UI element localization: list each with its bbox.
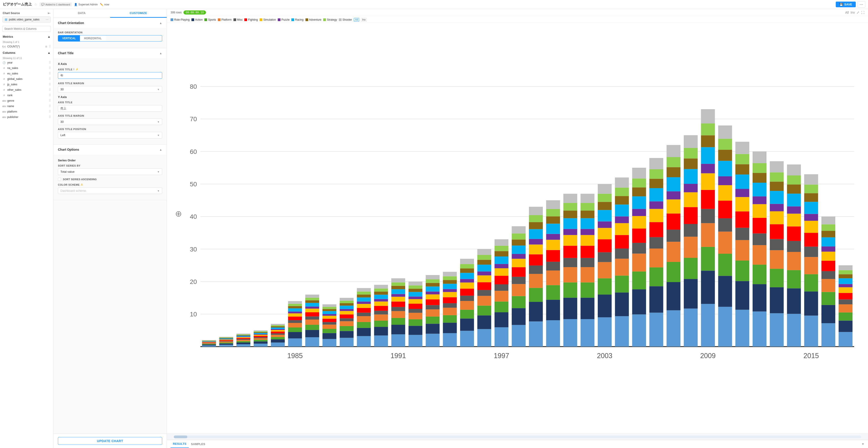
collapse-icon[interactable]: ⇤ <box>48 11 51 15</box>
center-panel: DATA CUSTOMIZE Chart Orientation ▲ BAR O… <box>53 9 167 448</box>
svg-rect-132 <box>357 304 371 308</box>
svg-rect-192 <box>443 297 457 303</box>
columns-collapse-icon[interactable]: ▲ <box>48 51 51 55</box>
legend-item[interactable]: Misc <box>234 18 243 21</box>
tab-data[interactable]: DATA <box>53 9 110 18</box>
svg-rect-60 <box>254 334 268 335</box>
column-item: abc genre ⠿ <box>0 98 53 103</box>
svg-rect-243 <box>512 254 526 259</box>
svg-rect-471 <box>839 299 852 304</box>
svg-rect-174 <box>409 282 423 286</box>
col-drag-handle[interactable]: ⠿ <box>49 104 51 108</box>
svg-rect-222 <box>477 249 491 255</box>
horizontal-button[interactable]: HORIZONTAL <box>80 35 106 41</box>
col-drag-handle[interactable]: ⠿ <box>49 83 51 86</box>
legend-item[interactable]: Platform <box>218 18 231 21</box>
legend-item[interactable]: Fighting <box>244 18 258 21</box>
svg-rect-437 <box>787 206 801 214</box>
svg-rect-92 <box>305 325 319 330</box>
svg-rect-367 <box>684 148 698 159</box>
expand-icon[interactable]: ⤢ <box>857 11 859 14</box>
sort-series-by-select[interactable]: Total value ▼ <box>58 168 162 175</box>
legend-item[interactable]: Simulation <box>259 18 276 21</box>
svg-rect-213 <box>477 306 491 316</box>
svg-rect-262 <box>546 285 560 299</box>
svg-rect-230 <box>494 264 508 268</box>
dataset-more-icon[interactable]: ⋯ <box>45 18 49 21</box>
svg-rect-80 <box>288 323 302 327</box>
search-input[interactable] <box>2 26 51 32</box>
metrics-collapse-icon[interactable]: ▲ <box>48 35 51 38</box>
col-drag-handle[interactable]: ⠿ <box>49 88 51 92</box>
legend-item[interactable]: Sports <box>205 18 216 21</box>
chart-options-section: Chart Options ▲ Series Order SORT SERIES… <box>53 145 167 200</box>
legend-item[interactable]: Role-Playing <box>170 18 190 21</box>
svg-rect-248 <box>529 321 543 347</box>
legend-item[interactable]: Strategy <box>323 18 337 21</box>
svg-rect-88 <box>288 301 302 304</box>
bottom-tabs: RESULTS SAMPLES ▼ <box>167 440 868 448</box>
inv-icon[interactable]: Inv <box>850 11 855 14</box>
x-axis-title-input[interactable] <box>58 72 162 79</box>
color-scheme-select[interactable]: Dashboard scheme ▼ <box>58 188 162 194</box>
col-drag-handle[interactable]: ⠿ <box>49 94 51 97</box>
all-icon[interactable]: All <box>845 11 849 14</box>
svg-rect-117 <box>340 321 353 326</box>
legend-all-button[interactable]: All <box>354 18 359 22</box>
star-icon[interactable]: ☆ <box>34 2 37 7</box>
legend-item[interactable]: Adventure <box>306 18 321 21</box>
svg-rect-386 <box>718 218 732 231</box>
col-drag-handle[interactable]: ⠿ <box>49 66 51 70</box>
svg-rect-136 <box>357 292 371 295</box>
y-axis-margin-select[interactable]: 30 ▼ <box>58 119 162 125</box>
x-axis-margin-select[interactable]: 30 ▼ <box>58 86 162 93</box>
col-drag-handle[interactable]: ⠿ <box>49 61 51 64</box>
legend-inv-button[interactable]: Inv <box>361 18 367 22</box>
y-axis-position-select[interactable]: Left ▼ <box>58 132 162 138</box>
tab-samples[interactable]: SAMPLES <box>189 440 208 448</box>
bottom-chevron-icon[interactable]: ▼ <box>861 442 864 446</box>
svg-rect-172 <box>409 289 423 292</box>
legend-item[interactable]: Racing <box>291 18 303 21</box>
scrollbar-thumb[interactable] <box>174 436 187 438</box>
svg-rect-434 <box>787 241 801 252</box>
svg-rect-231 <box>494 256 508 264</box>
svg-rect-325 <box>632 243 646 254</box>
dataset-chip[interactable]: ⊞ public.video_game_sales ⋯ <box>2 17 51 23</box>
chart-options-header[interactable]: Chart Options ▲ <box>53 145 167 155</box>
sort-ascending-checkbox[interactable] <box>58 178 61 181</box>
col-drag-handle[interactable]: ⠿ <box>49 99 51 103</box>
fullscreen-icon[interactable]: ⛶ <box>861 11 864 14</box>
col-drag-handle[interactable]: ⠿ <box>49 115 51 119</box>
x-axis-title-group: AXIS TITLE ℹ ⚡ <box>58 68 162 79</box>
tab-results[interactable]: RESULTS <box>170 440 189 448</box>
tab-customize[interactable]: CUSTOMIZE <box>110 9 167 18</box>
svg-rect-319 <box>615 188 629 196</box>
col-drag-handle[interactable]: ⠿ <box>49 72 51 75</box>
svg-rect-133 <box>357 301 371 304</box>
svg-rect-396 <box>735 260 749 281</box>
svg-rect-245 <box>512 239 526 246</box>
left-panel: Chart Source ⇤ ⊞ public.video_game_sales… <box>0 9 53 448</box>
more-button[interactable]: ⋯ <box>858 1 865 8</box>
svg-rect-61 <box>254 333 268 334</box>
svg-rect-38 <box>219 338 233 339</box>
svg-rect-415 <box>753 173 767 183</box>
legend-item[interactable]: Shooter <box>339 18 352 21</box>
update-chart-button[interactable]: UPDATE CHART <box>58 437 162 445</box>
chart-orientation-header[interactable]: Chart Orientation ▲ <box>53 18 167 28</box>
chart-title-header[interactable]: Chart Title ▲ <box>53 48 167 58</box>
chart-scrollbar[interactable] <box>167 434 868 440</box>
col-drag-handle[interactable]: ⠿ <box>49 110 51 114</box>
y-axis-title-input[interactable] <box>58 105 162 111</box>
svg-rect-185 <box>426 279 439 283</box>
svg-rect-279 <box>563 229 577 235</box>
svg-rect-334 <box>649 286 663 313</box>
legend-item[interactable]: Action <box>191 18 203 21</box>
vertical-button[interactable]: VERTICAL <box>58 35 80 41</box>
legend-label: Action <box>195 18 203 21</box>
metric-drag-handle[interactable]: ⠿ <box>49 45 51 49</box>
save-button[interactable]: 💾 SAVE <box>836 2 856 7</box>
col-drag-handle[interactable]: ⠿ <box>49 77 51 81</box>
legend-item[interactable]: Puzzle <box>278 18 289 21</box>
